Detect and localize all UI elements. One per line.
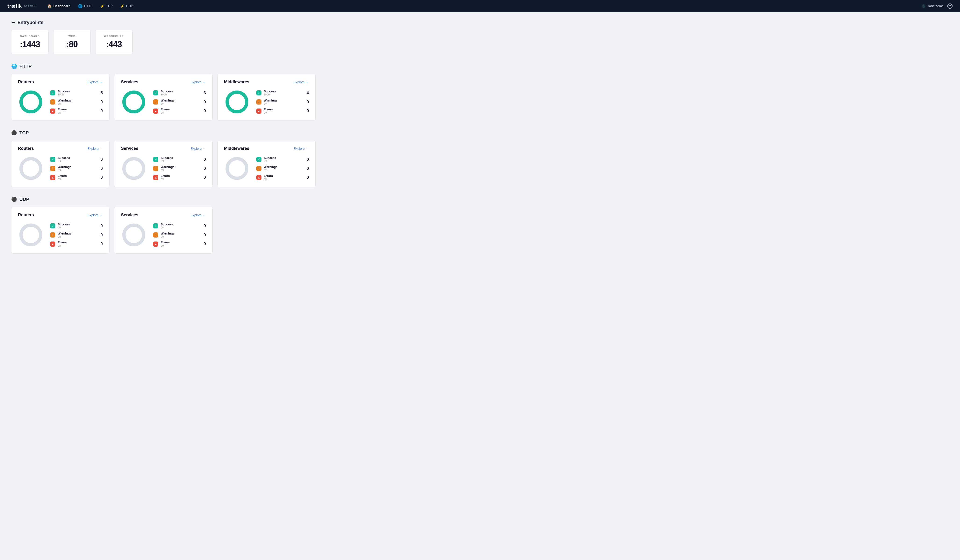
- warning-badge: !: [50, 232, 55, 238]
- error-label: Errors: [264, 108, 273, 111]
- warning-pct: 0%: [264, 102, 278, 105]
- explore-link-routers[interactable]: Explore →: [88, 80, 103, 84]
- warning-count: 0: [97, 100, 103, 105]
- arrow-right-icon: →: [306, 80, 309, 84]
- arrow-right-icon: →: [99, 80, 103, 84]
- explore-link-services[interactable]: Explore →: [190, 213, 206, 217]
- dark-theme-label: Dark theme: [927, 4, 944, 8]
- warning-badge: !: [50, 166, 55, 171]
- help-icon[interactable]: ?: [947, 3, 952, 9]
- success-count: 0: [303, 157, 309, 162]
- stats-list-routers: ✓ Success 0% 0 ! Warnings 0% 0 ▲ Errors …: [50, 223, 103, 247]
- warning-label: Warnings: [264, 165, 278, 169]
- donut-middlewares: [224, 156, 250, 181]
- error-label: Errors: [161, 174, 170, 178]
- stat-row-error: ▲ Errors 0% 0: [153, 174, 206, 181]
- stat-row-error: ▲ Errors 0% 0: [50, 174, 103, 181]
- explore-link-services[interactable]: Explore →: [190, 80, 206, 84]
- warning-count: 0: [97, 166, 103, 171]
- stats-list-services: ✓ Success 100% 6 ! Warnings 0% 0 ▲ Error…: [153, 89, 206, 114]
- error-pct: 0%: [58, 111, 67, 114]
- success-label: Success: [161, 156, 173, 160]
- http-section-icon: 🌐: [11, 64, 17, 69]
- warning-pct: 0%: [161, 235, 174, 238]
- explore-link-services[interactable]: Explore →: [190, 147, 206, 150]
- warning-pct: 0%: [58, 235, 72, 238]
- arrow-right-icon: →: [99, 147, 103, 150]
- stat-row-success: ✓ Success 0% 0: [153, 156, 206, 163]
- moon-icon: 🌑: [922, 4, 925, 8]
- card-tcp-middlewares: Middlewares Explore → ✓ Success 0% 0: [218, 140, 316, 187]
- error-label: Errors: [264, 174, 273, 178]
- card-title-routers: Routers: [18, 146, 34, 151]
- stats-list-routers: ✓ Success 100% 5 ! Warnings 0% 0 ▲ Error…: [50, 89, 103, 114]
- stat-row-warning: ! Warnings 0% 0: [50, 99, 103, 105]
- card-tcp-routers: Routers Explore → ✓ Success 0% 0: [11, 140, 109, 187]
- stat-row-warning: ! Warnings 0% 0: [256, 99, 309, 105]
- warning-count: 0: [303, 166, 309, 171]
- arrow-right-icon: →: [203, 147, 206, 150]
- card-udp-services: Services Explore → ✓ Success 0% 0: [114, 207, 213, 254]
- tcp-header: ⚫ TCP: [11, 130, 316, 136]
- stats-list-middlewares: ✓ Success 100% 4 ! Warnings 0% 0 ▲ Error…: [256, 89, 309, 114]
- warning-label: Warnings: [161, 165, 174, 169]
- ep-web-value: :80: [61, 40, 83, 49]
- stats-list-services: ✓ Success 0% 0 ! Warnings 0% 0 ▲ Errors …: [153, 156, 206, 181]
- explore-link-routers[interactable]: Explore →: [88, 147, 103, 150]
- entrypoints-section: ↪ Entrypoints DASHBOARD :1443 WEB :80 WE…: [11, 19, 316, 54]
- success-badge: ✓: [256, 90, 261, 96]
- udp-section: ⚫ UDP Routers Explore → ✓ Success: [11, 196, 316, 254]
- error-count: 0: [97, 241, 103, 246]
- error-count: 0: [200, 108, 206, 113]
- explore-link-middlewares[interactable]: Explore →: [294, 80, 309, 84]
- svg-point-7: [124, 159, 144, 178]
- warning-label: Warnings: [58, 232, 72, 235]
- success-label: Success: [58, 223, 70, 227]
- error-pct: 0%: [58, 178, 67, 181]
- card-udp-routers: Routers Explore → ✓ Success 0% 0: [11, 207, 109, 254]
- error-badge: ▲: [153, 175, 158, 180]
- error-label: Errors: [58, 174, 67, 178]
- stats-list-routers: ✓ Success 0% 0 ! Warnings 0% 0 ▲ Errors …: [50, 156, 103, 181]
- success-badge: ✓: [50, 90, 55, 96]
- error-pct: 0%: [58, 244, 67, 247]
- error-badge: ▲: [50, 108, 55, 113]
- udp-header: ⚫ UDP: [11, 196, 316, 202]
- warning-count: 0: [200, 233, 206, 238]
- success-badge: ✓: [50, 223, 55, 228]
- svg-point-3: [124, 92, 144, 112]
- card-title-middlewares: Middlewares: [224, 146, 250, 151]
- success-count: 0: [97, 157, 103, 162]
- arrow-right-icon: →: [306, 147, 309, 150]
- arrow-right-icon: →: [203, 213, 206, 217]
- brand: træfik 5a1c936: [8, 3, 37, 9]
- stat-row-error: ▲ Errors 0% 0: [256, 108, 309, 114]
- success-badge: ✓: [153, 223, 158, 228]
- stat-row-success: ✓ Success 100% 4: [256, 89, 309, 96]
- nav-udp[interactable]: ⚡ UDP: [117, 3, 136, 10]
- http-icon: 🌐: [78, 4, 83, 8]
- home-icon: 🏠: [47, 4, 52, 8]
- error-label: Errors: [58, 241, 67, 244]
- nav-http[interactable]: 🌐 HTTP: [75, 3, 96, 10]
- success-badge: ✓: [153, 90, 158, 96]
- warning-count: 0: [303, 100, 309, 105]
- warning-badge: !: [256, 166, 261, 171]
- explore-link-routers[interactable]: Explore →: [88, 213, 103, 217]
- nav-dashboard[interactable]: 🏠 Dashboard: [44, 3, 74, 10]
- dark-theme-toggle[interactable]: 🌑 Dark theme: [922, 4, 944, 8]
- error-count: 0: [97, 175, 103, 180]
- entrypoints-title: Entrypoints: [18, 20, 43, 25]
- ep-websecure-label: WEBSECURE: [103, 35, 125, 38]
- donut-routers: [18, 156, 44, 181]
- card-http-routers: Routers Explore → ✓ Success 100% 5: [11, 74, 109, 121]
- explore-link-middlewares[interactable]: Explore →: [294, 147, 309, 150]
- success-pct: 0%: [58, 160, 70, 163]
- error-badge: ▲: [50, 241, 55, 247]
- http-section-title: HTTP: [19, 64, 32, 69]
- entrypoints-header: ↪ Entrypoints: [11, 19, 316, 25]
- nav-tcp[interactable]: ⚡ TCP: [97, 3, 116, 10]
- card-title-middlewares: Middlewares: [224, 80, 250, 85]
- success-label: Success: [161, 89, 173, 93]
- stat-row-warning: ! Warnings 0% 0: [50, 165, 103, 172]
